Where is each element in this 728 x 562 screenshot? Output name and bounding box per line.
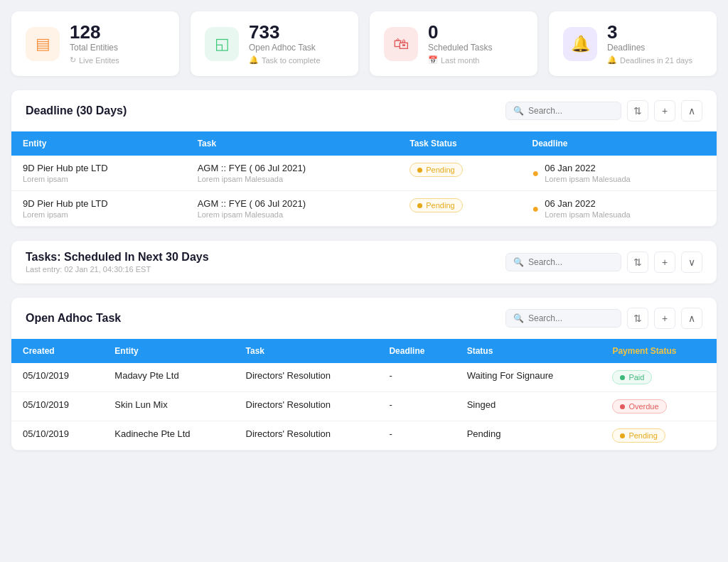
stat-card-deadlines: 🔔 3 Deadlines 🔔 Deadlines in 21 days bbox=[549, 11, 717, 76]
deadline-col-task: Task bbox=[186, 131, 399, 156]
status-badge: Pending bbox=[410, 163, 462, 177]
scheduled-title-block: Tasks: Scheduled In Next 30 Days Last en… bbox=[26, 251, 209, 274]
deadline-status-cell: Pending bbox=[398, 191, 520, 227]
adhoc-panel: Open Adhoc Task 🔍 ⇅ + ∧ Created Entity T… bbox=[11, 298, 717, 450]
adhoc-deadline-cell: - bbox=[378, 421, 455, 450]
adhoc-task-value: Directors' Resolution bbox=[246, 399, 367, 410]
adhoc-status-value: Pending bbox=[467, 428, 590, 439]
adhoc-table-body: 05/10/2019 Madavy Pte Ltd Directors' Res… bbox=[11, 363, 717, 450]
deadline-date-row: ● 06 Jan 2022 Lorem ipsam Malesuada bbox=[532, 163, 705, 183]
deadline-task-cell: AGM :: FYE ( 06 Jul 2021) Lorem ipsam Ma… bbox=[186, 156, 399, 191]
adhoc-search-box[interactable]: 🔍 bbox=[505, 309, 621, 328]
adhoc-table-row: 05/10/2019 Kadineche Pte Ltd Directors' … bbox=[11, 421, 717, 450]
deadline-date-sub: Lorem ipsam Malesuada bbox=[545, 175, 630, 183]
entities-number: 128 bbox=[70, 23, 119, 41]
adhoc-deadline-value: - bbox=[389, 428, 444, 439]
deadline-entity-sub: Lorem ipsam bbox=[23, 175, 175, 183]
deadline-search-icon: 🔍 bbox=[513, 106, 524, 116]
deadline-table-header-row: Entity Task Task Status Deadline bbox=[11, 131, 717, 156]
adhoc-col-payment: Payment Status bbox=[601, 339, 717, 363]
deadline-search-box[interactable]: 🔍 bbox=[505, 102, 621, 120]
deadlines-label: Deadlines bbox=[607, 43, 692, 53]
adhoc-status-value: Waiting For Signaure bbox=[467, 370, 590, 381]
payment-status-badge: Paid bbox=[612, 370, 652, 384]
deadline-date-row: ● 06 Jan 2022 Lorem ipsam Malesuada bbox=[532, 198, 705, 219]
adhoc-collapse-button[interactable]: ∧ bbox=[681, 308, 702, 329]
deadline-date-value: 06 Jan 2022 bbox=[545, 163, 630, 173]
adhoc-sort-button[interactable]: ⇅ bbox=[627, 308, 648, 329]
deadline-date-value: 06 Jan 2022 bbox=[545, 198, 630, 209]
adhoc-table: Created Entity Task Deadline Status Paym… bbox=[11, 339, 717, 450]
adhoc-controls: 🔍 ⇅ + ∧ bbox=[505, 308, 702, 329]
scheduled-panel: Tasks: Scheduled In Next 30 Days Last en… bbox=[11, 241, 717, 283]
adhoc-search-icon: 🔍 bbox=[513, 313, 524, 323]
entities-label: Total Entities bbox=[70, 43, 119, 53]
status-dot bbox=[417, 168, 422, 173]
deadline-dot-icon: ● bbox=[532, 167, 540, 180]
deadlines-sublabel: 🔔 Deadlines in 21 days bbox=[607, 55, 692, 65]
adhoc-entity-value: Kadineche Pte Ltd bbox=[114, 428, 223, 439]
payment-status-badge: Overdue bbox=[612, 399, 666, 414]
scheduled-add-button[interactable]: + bbox=[654, 252, 675, 273]
adhoc-task-value: Directors' Resolution bbox=[246, 428, 367, 439]
deadline-entity-main: 9D Pier Hub pte LTD bbox=[23, 163, 175, 173]
stat-card-entities: ▤ 128 Total Entities ↻ Live Entites bbox=[11, 11, 179, 76]
adhoc-table-header-row: Created Entity Task Deadline Status Paym… bbox=[11, 339, 717, 363]
scheduled-subtitle: Last entry: 02 Jan 21, 04:30:16 EST bbox=[26, 265, 209, 274]
bell-icon-deadlines: 🔔 bbox=[607, 55, 617, 65]
scheduled-title: Tasks: Scheduled In Next 30 Days bbox=[26, 251, 209, 264]
adhoc-task-cell: Directors' Resolution bbox=[235, 392, 378, 421]
scheduled-search-icon: 🔍 bbox=[513, 257, 524, 267]
adhoc-number: 733 bbox=[249, 23, 321, 41]
adhoc-col-status: Status bbox=[456, 339, 601, 363]
deadline-table-row: 9D Pier Hub pte LTD Lorem ipsam AGM :: F… bbox=[11, 191, 717, 227]
scheduled-panel-header: Tasks: Scheduled In Next 30 Days Last en… bbox=[11, 241, 717, 283]
payment-dot bbox=[620, 433, 625, 438]
adhoc-add-button[interactable]: + bbox=[654, 308, 675, 329]
deadline-panel-header: Deadline (30 Days) 🔍 ⇅ + ∧ bbox=[11, 90, 717, 131]
adhoc-status-value: Singed bbox=[467, 399, 590, 410]
adhoc-title: Open Adhoc Task bbox=[26, 312, 121, 325]
adhoc-search-input[interactable] bbox=[528, 313, 614, 323]
scheduled-expand-button[interactable]: ∨ bbox=[681, 252, 702, 273]
deadline-title: Deadline (30 Days) bbox=[26, 104, 127, 117]
entities-sublabel: ↻ Live Entites bbox=[70, 55, 119, 65]
scheduled-controls: 🔍 ⇅ + ∨ bbox=[505, 252, 702, 273]
deadline-entity-cell: 9D Pier Hub pte LTD Lorem ipsam bbox=[11, 191, 186, 227]
scheduled-search-input[interactable] bbox=[528, 257, 614, 267]
deadline-date-sub: Lorem ipsam Malesuada bbox=[545, 210, 630, 219]
scheduled-search-box[interactable]: 🔍 bbox=[505, 253, 621, 271]
deadlines-number: 3 bbox=[607, 23, 692, 41]
entities-icon: ▤ bbox=[26, 27, 60, 61]
scheduled-sort-button[interactable]: ⇅ bbox=[627, 252, 648, 273]
deadline-collapse-button[interactable]: ∧ bbox=[681, 100, 702, 121]
adhoc-created-value: 05/10/2019 bbox=[23, 370, 92, 381]
stat-info-deadlines: 3 Deadlines 🔔 Deadlines in 21 days bbox=[607, 23, 692, 65]
deadline-controls: 🔍 ⇅ + ∧ bbox=[505, 100, 702, 121]
adhoc-table-row: 05/10/2019 Skin Lun Mix Directors' Resol… bbox=[11, 392, 717, 421]
stat-card-adhoc: ◱ 733 Open Adhoc Task 🔔 Task to complete bbox=[191, 11, 358, 76]
status-badge: Pending bbox=[410, 198, 462, 212]
stat-info-entities: 128 Total Entities ↻ Live Entites bbox=[70, 23, 119, 65]
adhoc-task-cell: Directors' Resolution bbox=[235, 421, 378, 450]
deadline-task-main: AGM :: FYE ( 06 Jul 2021) bbox=[198, 163, 387, 173]
deadline-panel: Deadline (30 Days) 🔍 ⇅ + ∧ Entity Task T… bbox=[11, 90, 717, 227]
deadline-task-cell: AGM :: FYE ( 06 Jul 2021) Lorem ipsam Ma… bbox=[186, 191, 399, 227]
adhoc-created-cell: 05/10/2019 bbox=[11, 421, 103, 450]
deadline-task-main: AGM :: FYE ( 06 Jul 2021) bbox=[198, 198, 387, 209]
deadlines-icon: 🔔 bbox=[563, 27, 597, 61]
deadline-col-deadline: Deadline bbox=[521, 131, 717, 156]
adhoc-entity-cell: Skin Lun Mix bbox=[103, 392, 234, 421]
adhoc-created-value: 05/10/2019 bbox=[23, 428, 92, 439]
adhoc-deadline-value: - bbox=[389, 399, 444, 410]
adhoc-table-row: 05/10/2019 Madavy Pte Ltd Directors' Res… bbox=[11, 363, 717, 392]
scheduled-sublabel: 📅 Last month bbox=[428, 55, 493, 65]
adhoc-sublabel: 🔔 Task to complete bbox=[249, 55, 321, 65]
deadline-add-button[interactable]: + bbox=[654, 100, 675, 121]
deadline-search-input[interactable] bbox=[528, 106, 614, 116]
deadline-entity-sub: Lorem ipsam bbox=[23, 210, 175, 219]
adhoc-entity-value: Madavy Pte Ltd bbox=[114, 370, 223, 381]
deadline-table: Entity Task Task Status Deadline 9D Pier… bbox=[11, 131, 717, 227]
deadline-sort-button[interactable]: ⇅ bbox=[627, 100, 648, 121]
adhoc-deadline-cell: - bbox=[378, 392, 455, 421]
